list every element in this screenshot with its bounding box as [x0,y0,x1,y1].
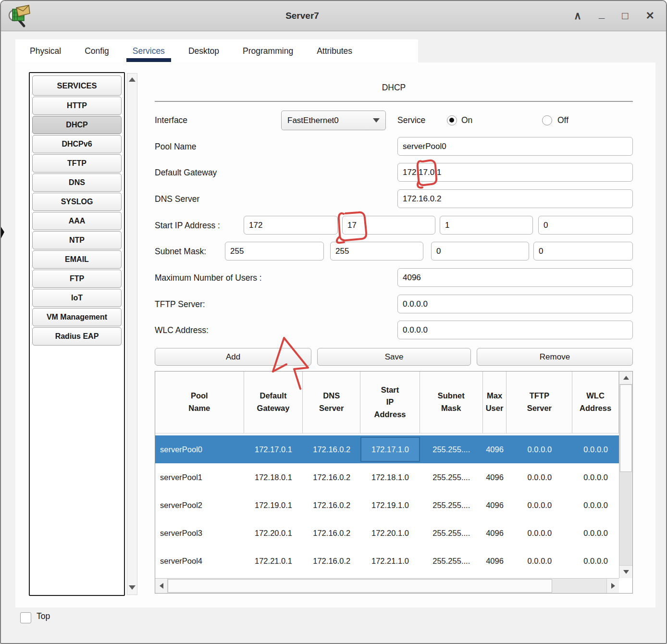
sidebar-item-tftp[interactable]: TFTP [32,154,122,173]
start-ip-octet-1[interactable] [244,216,338,235]
interface-dropdown[interactable]: FastEthernet0 [281,111,386,130]
cell-start-ip[interactable]: 172.18.1.0 [360,473,420,482]
scroll-left-icon[interactable] [155,579,168,593]
cell-start-ip[interactable]: 172.20.1.0 [360,529,420,538]
cell-mask[interactable]: 255.255.... [420,557,483,566]
cell-wlc[interactable]: 0.0.0.0 [572,445,619,454]
cell-pool[interactable]: serverPool4 [155,557,244,566]
cell-tftp[interactable]: 0.0.0.0 [506,473,572,482]
start-ip-octet-2[interactable] [342,216,435,235]
cell-tftp[interactable]: 0.0.0.0 [506,557,572,566]
cell-wlc[interactable]: 0.0.0.0 [572,529,619,538]
sidebar-item-email[interactable]: EMAIL [32,250,122,269]
table-row-serverpool3[interactable]: serverPool3 172.20.0.1 172.16.0.2 172.20… [155,519,619,547]
cell-wlc[interactable]: 0.0.0.0 [572,557,619,566]
cell-start-ip[interactable]: 172.19.1.0 [360,501,420,510]
cell-dns[interactable]: 172.16.0.2 [303,473,360,482]
sidebar-item-aaa[interactable]: AAA [32,212,122,230]
col-pool-name[interactable]: Pool Name [155,372,244,433]
cell-start-ip-focused[interactable]: 172.17.1.0 [360,437,420,462]
cell-pool[interactable]: serverPool1 [155,473,244,482]
tab-config[interactable]: Config [85,46,109,56]
cell-wlc[interactable]: 0.0.0.0 [572,473,619,482]
cell-max[interactable]: 4096 [483,445,507,454]
cell-gateway[interactable]: 172.17.0.1 [244,445,303,454]
wlc-address-input[interactable] [397,321,633,339]
cell-mask[interactable]: 255.255.... [420,473,483,482]
add-button[interactable]: Add [155,348,311,366]
cell-tftp[interactable]: 0.0.0.0 [506,445,572,454]
tab-desktop[interactable]: Desktop [188,46,219,56]
col-default-gateway[interactable]: Default Gateway [244,372,303,433]
sidebar-item-dhcp[interactable]: DHCP [32,116,122,134]
cell-mask[interactable]: 255.255.... [420,445,483,454]
tab-programming[interactable]: Programming [243,46,293,56]
table-row-serverpool1[interactable]: serverPool1 172.18.0.1 172.16.0.2 172.18… [155,463,619,491]
table-row-serverpool4[interactable]: serverPool4 172.21.0.1 172.16.0.2 172.21… [155,547,619,575]
minimize-icon[interactable]: _ [599,9,605,19]
table-vertical-scrollbar[interactable] [619,372,632,578]
sidebar-item-ntp[interactable]: NTP [32,231,122,249]
sidebar-item-iot[interactable]: IoT [32,289,122,307]
cell-gateway[interactable]: 172.20.0.1 [244,529,303,538]
cell-mask[interactable]: 255.255.... [420,501,483,510]
cell-max[interactable]: 4096 [483,473,507,482]
cell-pool[interactable]: serverPool0 [155,445,244,454]
default-gateway-input[interactable] [397,163,633,182]
cell-dns[interactable]: 172.16.0.2 [303,501,360,510]
col-wlc-address[interactable]: WLC Address [572,372,619,433]
sidebar-item-ftp[interactable]: FTP [32,270,122,288]
scroll-right-icon[interactable] [606,579,619,593]
tftp-server-input[interactable] [397,295,633,313]
cell-wlc[interactable]: 0.0.0.0 [572,501,619,510]
cell-max[interactable]: 4096 [483,557,507,566]
col-start-ip[interactable]: Start IP Address [360,372,420,433]
cell-dns[interactable]: 172.16.0.2 [303,445,360,454]
tab-services[interactable]: Services [133,46,165,56]
sidebar-item-dns[interactable]: DNS [32,173,122,192]
service-on-radio[interactable] [447,115,457,125]
sidebar-item-vm-management[interactable]: VM Management [32,308,122,326]
cell-gateway[interactable]: 172.21.0.1 [244,557,303,566]
col-tftp-server[interactable]: TFTP Server [506,372,572,433]
cell-dns[interactable]: 172.16.0.2 [303,557,360,566]
scroll-down-icon[interactable] [619,565,632,578]
remove-button[interactable]: Remove [477,348,633,366]
table-row-serverpool0[interactable]: serverPool0 172.17.0.1 172.16.0.2 172.17… [155,435,619,463]
cell-tftp[interactable]: 0.0.0.0 [506,501,572,510]
top-checkbox[interactable] [20,612,31,623]
col-dns-server[interactable]: DNS Server [303,372,360,433]
cell-start-ip[interactable]: 172.21.1.0 [360,557,420,566]
sidebar-item-http[interactable]: HTTP [32,97,122,115]
service-off-radio[interactable] [542,115,552,125]
sidebar-item-radius-eap[interactable]: Radius EAP [32,327,122,346]
cell-max[interactable]: 4096 [483,501,507,510]
sidebar-item-syslog[interactable]: SYSLOG [32,193,122,211]
cell-gateway[interactable]: 172.18.0.1 [244,473,303,482]
tab-attributes[interactable]: Attributes [317,46,352,56]
sidebar-item-dhcpv6[interactable]: DHCPv6 [32,135,122,153]
save-button[interactable]: Save [317,348,471,366]
subnet-octet-1[interactable] [225,242,324,260]
table-row-serverpool2[interactable]: serverPool2 172.19.0.1 172.16.0.2 172.19… [155,491,619,519]
collapse-icon[interactable]: ∧ [574,11,581,21]
vertical-scroll-thumb[interactable] [620,384,632,472]
pool-name-input[interactable] [397,137,633,156]
cell-gateway[interactable]: 172.19.0.1 [244,501,303,510]
cell-pool[interactable]: serverPool3 [155,529,244,538]
cell-max[interactable]: 4096 [483,529,507,538]
cell-mask[interactable]: 255.255.... [420,529,483,538]
maximize-icon[interactable]: □ [622,11,628,21]
scroll-up-icon[interactable] [129,77,136,82]
col-max-user[interactable]: Max User [483,372,507,433]
scroll-up-icon[interactable] [619,372,632,384]
subnet-octet-4[interactable] [533,242,633,260]
cell-dns[interactable]: 172.16.0.2 [303,529,360,538]
col-subnet-mask[interactable]: Subnet Mask [420,372,483,433]
start-ip-octet-4[interactable] [538,216,633,235]
subnet-octet-3[interactable] [431,242,529,260]
cell-tftp[interactable]: 0.0.0.0 [506,529,572,538]
sidebar-scrollbar[interactable] [127,73,137,595]
tab-physical[interactable]: Physical [30,46,61,56]
horizontal-scroll-thumb[interactable] [168,579,552,593]
